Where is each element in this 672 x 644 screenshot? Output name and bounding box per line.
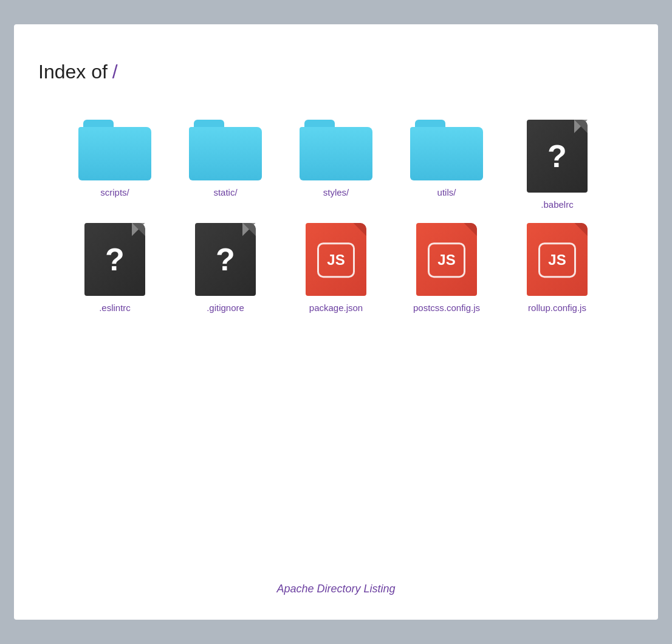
js-file-icon: JS [527,223,588,296]
unknown-file-icon: ? [195,223,256,296]
item-label: static/ [213,187,237,199]
file-item-styles[interactable]: styles/ [284,120,388,211]
file-item-static[interactable]: static/ [173,120,278,211]
unknown-file-icon: ? [84,223,145,296]
folder-icon [78,120,151,180]
js-file-icon: JS [416,223,477,296]
unknown-file-icon: ? [527,120,588,193]
file-item-postcss-config[interactable]: JS postcss.config.js [394,223,499,314]
file-item-scripts[interactable]: scripts/ [63,120,167,211]
footer-text: Apache Directory Listing [276,583,395,595]
folder-icon [300,120,372,180]
folder-icon [410,120,483,180]
item-label: rollup.config.js [528,302,586,314]
item-label: .babelrc [541,199,573,211]
item-label: scripts/ [100,187,129,199]
item-label: .gitignore [207,302,244,314]
page-title: Index of / [38,61,634,83]
main-window: Index of / scripts/ static/ styles/ util… [14,24,658,620]
item-label: postcss.config.js [413,302,480,314]
item-label: utils/ [437,187,456,199]
file-grid: scripts/ static/ styles/ utils/ ? .babel… [38,108,634,326]
file-item-eslintrc[interactable]: ? .eslintrc [63,223,167,314]
file-item-utils[interactable]: utils/ [394,120,499,211]
footer: Apache Directory Listing [38,558,634,595]
file-item-gitignore[interactable]: ? .gitignore [173,223,278,314]
folder-icon [189,120,262,180]
item-label: .eslintrc [99,302,131,314]
file-item-rollup-config[interactable]: JS rollup.config.js [505,223,609,314]
file-item-babelrc[interactable]: ? .babelrc [505,120,609,211]
item-label: styles/ [323,187,349,199]
file-item-package-json[interactable]: JS package.json [284,223,388,314]
js-file-icon: JS [306,223,366,296]
item-label: package.json [309,302,363,314]
